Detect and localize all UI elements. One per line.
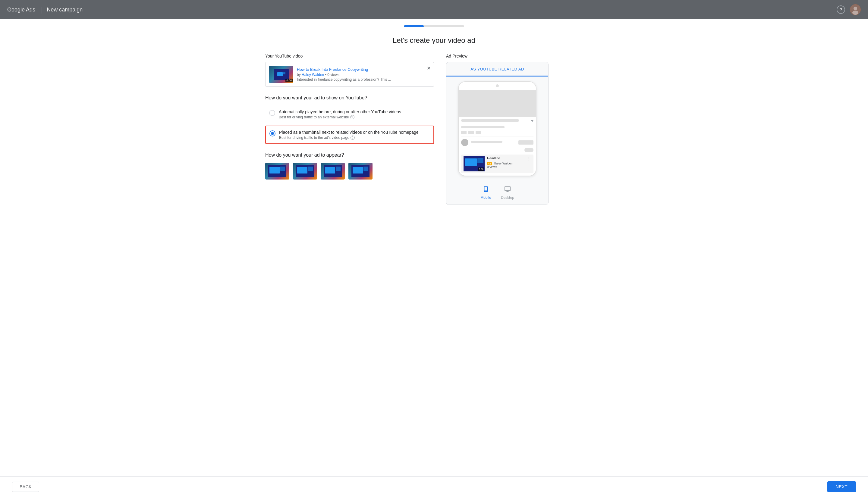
ad-appear-title: How do you want your ad to appear? — [265, 153, 434, 158]
svg-rect-16 — [353, 167, 363, 173]
page-title: Let's create your video ad — [265, 36, 603, 45]
svg-rect-20 — [477, 158, 484, 163]
radio-sublabel-auto: Best for driving traffic to an external … — [279, 115, 430, 119]
device-tabs: Mobile Desktop — [446, 181, 548, 204]
phone-video-area — [459, 90, 536, 117]
progress-container — [0, 19, 868, 30]
phone-line-subtitle — [461, 126, 505, 128]
svg-rect-10 — [297, 167, 307, 173]
svg-rect-11 — [308, 167, 313, 171]
thumbnail-option-1[interactable] — [265, 163, 289, 180]
mobile-icon — [482, 186, 489, 194]
desktop-icon — [504, 186, 511, 194]
mobile-label: Mobile — [480, 196, 491, 200]
video-duration: 0:06 — [285, 79, 293, 82]
thumbnail-option-2[interactable] — [293, 163, 317, 180]
tab-desktop[interactable]: Desktop — [501, 186, 514, 200]
phone-content: 0:06 Headline Ad Haley Walden 0 view — [459, 117, 536, 175]
ad-preview-section-label: Ad Preview — [446, 54, 548, 58]
phone-actions — [461, 131, 533, 137]
radio-circle-thumbnail — [269, 130, 276, 137]
header-divider: | — [40, 5, 42, 14]
close-video-button[interactable]: ✕ — [427, 65, 431, 71]
left-panel: Your YouTube video 0:06 — [265, 54, 434, 180]
svg-rect-14 — [336, 167, 340, 171]
radio-sublabel-thumbnail: Best for driving traffic to the ad's vid… — [279, 136, 430, 140]
progress-bar — [404, 25, 464, 27]
ad-preview-header: AS YOUTUBE RELATED AD — [446, 62, 548, 76]
avatar[interactable] — [850, 4, 861, 15]
header-left: Google Ads | New campaign — [7, 5, 83, 14]
related-views: 0 views — [487, 165, 524, 169]
header-right: ? — [837, 4, 861, 15]
phone-channel-avatar — [461, 139, 468, 146]
by-label: by — [297, 73, 301, 77]
info-icon-thumbnail[interactable]: ? — [351, 136, 355, 140]
youtube-video-label: Your YouTube video — [265, 54, 434, 58]
svg-rect-7 — [269, 167, 280, 173]
ad-preview-label: AS YOUTUBE RELATED AD — [471, 67, 524, 71]
phone-dropdown-icon — [531, 120, 533, 123]
related-video-item[interactable]: 0:06 Headline Ad Haley Walden 0 view — [461, 155, 533, 173]
svg-rect-4 — [277, 72, 283, 76]
radio-option-thumbnail[interactable]: Placed as a thumbnail next to related vi… — [265, 126, 434, 144]
main-content: Let's create your video ad Your YouTube … — [253, 30, 615, 211]
phone-subscribe-btn — [518, 140, 533, 145]
google-ads-logo: Google Ads — [7, 6, 35, 13]
svg-rect-19 — [465, 158, 477, 166]
thumbnails-row — [265, 163, 434, 180]
ad-display-section: How do you want your ad to show on YouTu… — [265, 95, 434, 144]
svg-rect-8 — [280, 167, 285, 171]
radio-circle-auto — [269, 110, 275, 116]
share-icon — [476, 131, 481, 134]
related-channel: Haley Walden — [494, 162, 513, 165]
radio-text-auto: Automatically played before, during or a… — [279, 109, 430, 119]
progress-fill — [404, 25, 424, 27]
right-panel: Ad Preview AS YOUTUBE RELATED AD — [446, 54, 548, 205]
related-duration: 0:06 — [478, 168, 484, 171]
info-icon-auto[interactable]: ? — [350, 115, 354, 119]
svg-rect-13 — [325, 167, 335, 173]
phone-channel-line — [471, 141, 502, 143]
phone-top — [459, 82, 536, 90]
tab-mobile[interactable]: Mobile — [480, 186, 491, 200]
related-ad-badge: Ad — [487, 162, 492, 165]
svg-point-1 — [854, 6, 857, 10]
phone-screen: 0:06 Headline Ad Haley Walden 0 view — [459, 90, 536, 175]
video-meta: by Haley Walden • 0 views — [297, 73, 430, 77]
related-channel-row: Ad Haley Walden — [487, 160, 524, 165]
phone-avatar-lines — [471, 141, 516, 145]
more-options-icon[interactable]: ⋮ — [527, 156, 531, 161]
thumb-down-icon — [468, 131, 474, 134]
thumb-up-icon — [461, 131, 466, 134]
thumbnail-option-3[interactable] — [321, 163, 345, 180]
related-info: Headline Ad Haley Walden 0 views — [487, 156, 524, 169]
phone-mockup: 0:06 Headline Ad Haley Walden 0 view — [458, 81, 536, 176]
phone-line-title — [461, 119, 519, 122]
phone-camera — [496, 84, 499, 87]
video-title: How to Break Into Freelance Copywriting — [297, 67, 430, 72]
header: Google Ads | New campaign ? — [0, 0, 868, 19]
view-count: 0 views — [327, 73, 339, 77]
channel-name: Haley Walden — [302, 73, 324, 77]
video-thumbnail: 0:06 — [269, 66, 293, 83]
help-icon[interactable]: ? — [837, 5, 845, 14]
video-description: Interested in freelance copywriting as a… — [297, 77, 430, 82]
desktop-label: Desktop — [501, 196, 514, 200]
phone-avatar-row — [461, 139, 533, 146]
toggle-shape — [524, 148, 533, 152]
content-layout: Your YouTube video 0:06 — [265, 54, 603, 205]
radio-label-auto: Automatically played before, during or a… — [279, 109, 430, 114]
ad-display-title: How do you want your ad to show on YouTu… — [265, 95, 434, 101]
ad-preview-body: 0:06 Headline Ad Haley Walden 0 view — [446, 76, 548, 181]
video-info: How to Break Into Freelance Copywriting … — [297, 67, 430, 82]
related-thumb: 0:06 — [463, 156, 485, 171]
thumbnail-option-4[interactable] — [348, 163, 373, 180]
video-screen — [274, 69, 289, 80]
related-headline: Headline — [487, 156, 524, 160]
svg-point-2 — [852, 11, 858, 15]
radio-text-thumbnail: Placed as a thumbnail next to related vi… — [279, 130, 430, 140]
radio-option-auto[interactable]: Automatically played before, during or a… — [265, 105, 434, 123]
video-card: 0:06 How to Break Into Freelance Copywri… — [265, 62, 434, 87]
phone-toggle — [461, 148, 533, 152]
